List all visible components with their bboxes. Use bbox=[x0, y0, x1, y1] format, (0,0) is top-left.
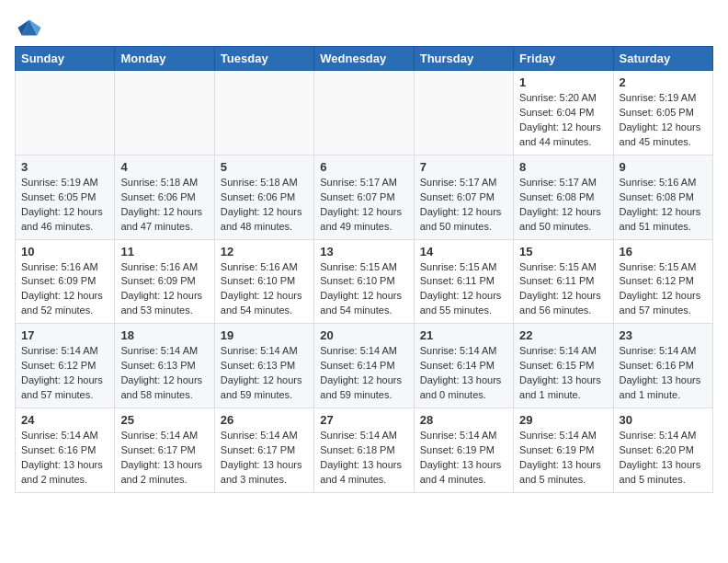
day-info: Sunrise: 5:16 AM Sunset: 6:08 PM Dayligh… bbox=[620, 176, 707, 235]
calendar-cell: 18Sunrise: 5:14 AM Sunset: 6:13 PM Dayli… bbox=[115, 324, 214, 408]
day-number: 4 bbox=[120, 160, 208, 174]
day-number: 27 bbox=[320, 413, 407, 427]
day-number: 16 bbox=[620, 245, 707, 259]
day-info: Sunrise: 5:18 AM Sunset: 6:06 PM Dayligh… bbox=[221, 176, 308, 235]
day-number: 5 bbox=[221, 160, 308, 174]
calendar-cell: 2Sunrise: 5:19 AM Sunset: 6:05 PM Daylig… bbox=[613, 71, 712, 155]
calendar-header-thursday: Thursday bbox=[414, 47, 513, 71]
calendar-cell: 27Sunrise: 5:14 AM Sunset: 6:18 PM Dayli… bbox=[314, 408, 414, 493]
day-number: 20 bbox=[320, 328, 407, 342]
calendar-cell: 12Sunrise: 5:16 AM Sunset: 6:10 PM Dayli… bbox=[214, 239, 313, 324]
day-info: Sunrise: 5:14 AM Sunset: 6:13 PM Dayligh… bbox=[120, 344, 208, 403]
calendar-cell: 23Sunrise: 5:14 AM Sunset: 6:16 PM Dayli… bbox=[613, 324, 712, 408]
calendar-header-tuesday: Tuesday bbox=[214, 47, 313, 71]
day-info: Sunrise: 5:17 AM Sunset: 6:08 PM Dayligh… bbox=[519, 176, 607, 235]
day-number: 1 bbox=[519, 75, 607, 89]
day-number: 29 bbox=[519, 413, 607, 427]
calendar-cell: 17Sunrise: 5:14 AM Sunset: 6:12 PM Dayli… bbox=[16, 324, 115, 408]
calendar-header-sunday: Sunday bbox=[16, 47, 115, 71]
day-info: Sunrise: 5:15 AM Sunset: 6:11 PM Dayligh… bbox=[420, 260, 507, 319]
calendar-cell bbox=[16, 71, 115, 155]
day-info: Sunrise: 5:14 AM Sunset: 6:14 PM Dayligh… bbox=[320, 344, 407, 403]
page-header bbox=[15, 15, 713, 40]
day-number: 21 bbox=[420, 328, 507, 342]
calendar-cell: 6Sunrise: 5:17 AM Sunset: 6:07 PM Daylig… bbox=[314, 155, 414, 239]
day-info: Sunrise: 5:14 AM Sunset: 6:16 PM Dayligh… bbox=[620, 344, 707, 403]
day-number: 22 bbox=[519, 328, 607, 342]
calendar-week-row: 3Sunrise: 5:19 AM Sunset: 6:05 PM Daylig… bbox=[16, 155, 713, 239]
day-info: Sunrise: 5:17 AM Sunset: 6:07 PM Dayligh… bbox=[420, 176, 507, 235]
day-info: Sunrise: 5:14 AM Sunset: 6:13 PM Dayligh… bbox=[221, 344, 308, 403]
day-number: 12 bbox=[221, 245, 308, 259]
day-number: 26 bbox=[221, 413, 308, 427]
calendar-cell: 20Sunrise: 5:14 AM Sunset: 6:14 PM Dayli… bbox=[314, 324, 414, 408]
day-info: Sunrise: 5:14 AM Sunset: 6:14 PM Dayligh… bbox=[420, 344, 507, 403]
day-info: Sunrise: 5:15 AM Sunset: 6:10 PM Dayligh… bbox=[320, 260, 407, 319]
calendar-cell: 25Sunrise: 5:14 AM Sunset: 6:17 PM Dayli… bbox=[115, 408, 214, 493]
calendar-cell: 7Sunrise: 5:17 AM Sunset: 6:07 PM Daylig… bbox=[414, 155, 513, 239]
day-number: 6 bbox=[320, 160, 407, 174]
calendar-header-monday: Monday bbox=[115, 47, 214, 71]
day-info: Sunrise: 5:14 AM Sunset: 6:12 PM Dayligh… bbox=[21, 344, 108, 403]
calendar-cell: 13Sunrise: 5:15 AM Sunset: 6:10 PM Dayli… bbox=[314, 239, 414, 324]
day-info: Sunrise: 5:14 AM Sunset: 6:17 PM Dayligh… bbox=[120, 429, 208, 488]
calendar-cell: 14Sunrise: 5:15 AM Sunset: 6:11 PM Dayli… bbox=[414, 239, 513, 324]
calendar-cell bbox=[115, 71, 214, 155]
day-info: Sunrise: 5:15 AM Sunset: 6:12 PM Dayligh… bbox=[620, 260, 707, 319]
calendar-cell: 5Sunrise: 5:18 AM Sunset: 6:06 PM Daylig… bbox=[214, 155, 313, 239]
day-number: 18 bbox=[120, 328, 208, 342]
day-info: Sunrise: 5:18 AM Sunset: 6:06 PM Dayligh… bbox=[120, 176, 208, 235]
calendar-cell: 15Sunrise: 5:15 AM Sunset: 6:11 PM Dayli… bbox=[514, 239, 613, 324]
day-info: Sunrise: 5:14 AM Sunset: 6:20 PM Dayligh… bbox=[620, 429, 707, 488]
day-number: 23 bbox=[620, 328, 707, 342]
calendar-cell: 8Sunrise: 5:17 AM Sunset: 6:08 PM Daylig… bbox=[514, 155, 613, 239]
calendar-cell: 24Sunrise: 5:14 AM Sunset: 6:16 PM Dayli… bbox=[16, 408, 115, 493]
calendar-week-row: 24Sunrise: 5:14 AM Sunset: 6:16 PM Dayli… bbox=[16, 408, 713, 493]
day-number: 9 bbox=[620, 160, 707, 174]
day-info: Sunrise: 5:15 AM Sunset: 6:11 PM Dayligh… bbox=[519, 260, 607, 319]
day-info: Sunrise: 5:14 AM Sunset: 6:18 PM Dayligh… bbox=[320, 429, 407, 488]
day-number: 13 bbox=[320, 245, 407, 259]
day-number: 30 bbox=[620, 413, 707, 427]
calendar-cell: 29Sunrise: 5:14 AM Sunset: 6:19 PM Dayli… bbox=[514, 408, 613, 493]
day-info: Sunrise: 5:14 AM Sunset: 6:16 PM Dayligh… bbox=[21, 429, 108, 488]
day-number: 11 bbox=[120, 245, 208, 259]
calendar-cell: 16Sunrise: 5:15 AM Sunset: 6:12 PM Dayli… bbox=[613, 239, 712, 324]
day-info: Sunrise: 5:17 AM Sunset: 6:07 PM Dayligh… bbox=[320, 176, 407, 235]
calendar-cell: 22Sunrise: 5:14 AM Sunset: 6:15 PM Dayli… bbox=[514, 324, 613, 408]
day-info: Sunrise: 5:16 AM Sunset: 6:09 PM Dayligh… bbox=[120, 260, 208, 319]
day-info: Sunrise: 5:14 AM Sunset: 6:19 PM Dayligh… bbox=[519, 429, 607, 488]
day-number: 28 bbox=[420, 413, 507, 427]
day-number: 8 bbox=[519, 160, 607, 174]
calendar-table: SundayMondayTuesdayWednesdayThursdayFrid… bbox=[15, 46, 713, 493]
day-number: 17 bbox=[21, 328, 108, 342]
logo-icon bbox=[17, 15, 42, 40]
calendar-week-row: 10Sunrise: 5:16 AM Sunset: 6:09 PM Dayli… bbox=[16, 239, 713, 324]
calendar-header-friday: Friday bbox=[514, 47, 613, 71]
day-number: 19 bbox=[221, 328, 308, 342]
calendar-cell: 4Sunrise: 5:18 AM Sunset: 6:06 PM Daylig… bbox=[115, 155, 214, 239]
calendar-week-row: 17Sunrise: 5:14 AM Sunset: 6:12 PM Dayli… bbox=[16, 324, 713, 408]
calendar-cell: 19Sunrise: 5:14 AM Sunset: 6:13 PM Dayli… bbox=[214, 324, 313, 408]
day-info: Sunrise: 5:14 AM Sunset: 6:17 PM Dayligh… bbox=[221, 429, 308, 488]
calendar-week-row: 1Sunrise: 5:20 AM Sunset: 6:04 PM Daylig… bbox=[16, 71, 713, 155]
day-number: 25 bbox=[120, 413, 208, 427]
calendar-cell: 26Sunrise: 5:14 AM Sunset: 6:17 PM Dayli… bbox=[214, 408, 313, 493]
day-number: 10 bbox=[21, 245, 108, 259]
day-info: Sunrise: 5:16 AM Sunset: 6:09 PM Dayligh… bbox=[21, 260, 108, 319]
calendar-cell bbox=[414, 71, 513, 155]
logo bbox=[15, 15, 46, 40]
calendar-cell: 21Sunrise: 5:14 AM Sunset: 6:14 PM Dayli… bbox=[414, 324, 513, 408]
calendar-header-saturday: Saturday bbox=[613, 47, 712, 71]
calendar-cell bbox=[314, 71, 414, 155]
calendar-cell: 9Sunrise: 5:16 AM Sunset: 6:08 PM Daylig… bbox=[613, 155, 712, 239]
calendar-cell bbox=[214, 71, 313, 155]
day-number: 15 bbox=[519, 245, 607, 259]
day-number: 2 bbox=[620, 75, 707, 89]
day-number: 7 bbox=[420, 160, 507, 174]
calendar-cell: 10Sunrise: 5:16 AM Sunset: 6:09 PM Dayli… bbox=[16, 239, 115, 324]
calendar-cell: 1Sunrise: 5:20 AM Sunset: 6:04 PM Daylig… bbox=[514, 71, 613, 155]
calendar-cell: 11Sunrise: 5:16 AM Sunset: 6:09 PM Dayli… bbox=[115, 239, 214, 324]
day-info: Sunrise: 5:20 AM Sunset: 6:04 PM Dayligh… bbox=[519, 91, 607, 150]
day-info: Sunrise: 5:19 AM Sunset: 6:05 PM Dayligh… bbox=[21, 176, 108, 235]
